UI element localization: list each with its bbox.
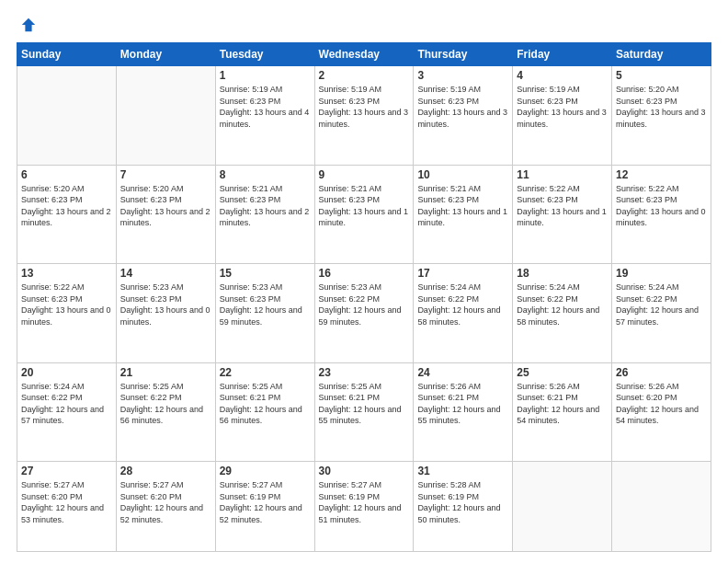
- calendar-cell: 3Sunrise: 5:19 AM Sunset: 6:23 PM Daylig…: [414, 66, 513, 166]
- calendar-week-1: 1Sunrise: 5:19 AM Sunset: 6:23 PM Daylig…: [17, 66, 711, 166]
- page: SundayMondayTuesdayWednesdayThursdayFrid…: [0, 0, 728, 563]
- day-info: Sunrise: 5:21 AM Sunset: 6:23 PM Dayligh…: [417, 183, 508, 229]
- day-info: Sunrise: 5:24 AM Sunset: 6:22 PM Dayligh…: [517, 282, 608, 327]
- day-number: 6: [21, 168, 112, 181]
- day-number: 27: [21, 465, 112, 477]
- day-info: Sunrise: 5:26 AM Sunset: 6:20 PM Dayligh…: [616, 381, 707, 427]
- day-info: Sunrise: 5:20 AM Sunset: 6:23 PM Dayligh…: [21, 183, 112, 229]
- calendar-cell: 15Sunrise: 5:23 AM Sunset: 6:23 PM Dayli…: [215, 264, 314, 363]
- day-info: Sunrise: 5:27 AM Sunset: 6:19 PM Dayligh…: [220, 479, 311, 525]
- day-info: Sunrise: 5:24 AM Sunset: 6:22 PM Dayligh…: [417, 282, 508, 327]
- day-number: 21: [120, 366, 211, 379]
- weekday-header-wednesday: Wednesday: [314, 43, 414, 66]
- day-number: 15: [220, 267, 311, 280]
- day-number: 3: [417, 69, 508, 82]
- calendar-cell: 19Sunrise: 5:24 AM Sunset: 6:22 PM Dayli…: [612, 264, 711, 363]
- calendar-cell: 7Sunrise: 5:20 AM Sunset: 6:23 PM Daylig…: [116, 165, 215, 264]
- calendar-cell: 6Sunrise: 5:20 AM Sunset: 6:23 PM Daylig…: [17, 165, 117, 264]
- day-number: 26: [616, 366, 707, 379]
- weekday-header-monday: Monday: [116, 43, 215, 66]
- calendar-table: SundayMondayTuesdayWednesdayThursdayFrid…: [17, 42, 711, 552]
- calendar-cell: 4Sunrise: 5:19 AM Sunset: 6:23 PM Daylig…: [513, 66, 612, 166]
- calendar-cell: 30Sunrise: 5:27 AM Sunset: 6:19 PM Dayli…: [314, 462, 414, 552]
- header: [17, 17, 711, 33]
- calendar-cell: 1Sunrise: 5:19 AM Sunset: 6:23 PM Daylig…: [215, 66, 314, 166]
- calendar-week-5: 27Sunrise: 5:27 AM Sunset: 6:20 PM Dayli…: [17, 462, 711, 552]
- logo: [17, 17, 37, 33]
- calendar-cell: 18Sunrise: 5:24 AM Sunset: 6:22 PM Dayli…: [513, 264, 612, 363]
- day-number: 4: [517, 69, 608, 82]
- day-info: Sunrise: 5:22 AM Sunset: 6:23 PM Dayligh…: [21, 282, 112, 327]
- weekday-header-thursday: Thursday: [414, 43, 513, 66]
- calendar-cell: 28Sunrise: 5:27 AM Sunset: 6:20 PM Dayli…: [116, 462, 215, 552]
- day-info: Sunrise: 5:24 AM Sunset: 6:22 PM Dayligh…: [21, 381, 112, 427]
- svg-marker-0: [22, 18, 35, 31]
- day-number: 31: [417, 465, 508, 477]
- calendar-cell: 12Sunrise: 5:22 AM Sunset: 6:23 PM Dayli…: [612, 165, 711, 264]
- day-info: Sunrise: 5:19 AM Sunset: 6:23 PM Dayligh…: [220, 84, 311, 130]
- day-number: 10: [417, 168, 508, 181]
- day-info: Sunrise: 5:26 AM Sunset: 6:21 PM Dayligh…: [417, 381, 508, 427]
- day-number: 7: [120, 168, 211, 181]
- day-info: Sunrise: 5:19 AM Sunset: 6:23 PM Dayligh…: [417, 84, 508, 130]
- calendar-cell: 10Sunrise: 5:21 AM Sunset: 6:23 PM Dayli…: [414, 165, 513, 264]
- calendar-cell: 5Sunrise: 5:20 AM Sunset: 6:23 PM Daylig…: [612, 66, 711, 166]
- weekday-header-tuesday: Tuesday: [215, 43, 314, 66]
- calendar-cell: 16Sunrise: 5:23 AM Sunset: 6:22 PM Dayli…: [314, 264, 414, 363]
- calendar-cell: 11Sunrise: 5:22 AM Sunset: 6:23 PM Dayli…: [513, 165, 612, 264]
- calendar-header-row: SundayMondayTuesdayWednesdayThursdayFrid…: [17, 43, 711, 66]
- day-info: Sunrise: 5:20 AM Sunset: 6:23 PM Dayligh…: [616, 84, 707, 130]
- day-number: 24: [417, 366, 508, 379]
- calendar-cell: 14Sunrise: 5:23 AM Sunset: 6:23 PM Dayli…: [116, 264, 215, 363]
- day-number: 30: [319, 465, 410, 477]
- calendar-cell: 24Sunrise: 5:26 AM Sunset: 6:21 PM Dayli…: [414, 362, 513, 462]
- day-info: Sunrise: 5:27 AM Sunset: 6:19 PM Dayligh…: [319, 479, 410, 525]
- day-info: Sunrise: 5:27 AM Sunset: 6:20 PM Dayligh…: [120, 479, 211, 525]
- day-info: Sunrise: 5:22 AM Sunset: 6:23 PM Dayligh…: [517, 183, 608, 229]
- day-number: 13: [21, 267, 112, 280]
- day-info: Sunrise: 5:26 AM Sunset: 6:21 PM Dayligh…: [517, 381, 608, 427]
- day-number: 17: [417, 267, 508, 280]
- day-number: 22: [220, 366, 311, 379]
- day-info: Sunrise: 5:25 AM Sunset: 6:21 PM Dayligh…: [319, 381, 410, 427]
- day-info: Sunrise: 5:21 AM Sunset: 6:23 PM Dayligh…: [220, 183, 311, 229]
- day-info: Sunrise: 5:25 AM Sunset: 6:22 PM Dayligh…: [120, 381, 211, 427]
- calendar-week-4: 20Sunrise: 5:24 AM Sunset: 6:22 PM Dayli…: [17, 362, 711, 462]
- day-number: 18: [517, 267, 608, 280]
- calendar-cell: 29Sunrise: 5:27 AM Sunset: 6:19 PM Dayli…: [215, 462, 314, 552]
- calendar-cell: 27Sunrise: 5:27 AM Sunset: 6:20 PM Dayli…: [17, 462, 117, 552]
- day-number: 28: [120, 465, 211, 477]
- day-number: 11: [517, 168, 608, 181]
- calendar-cell: [612, 462, 711, 552]
- calendar-cell: 2Sunrise: 5:19 AM Sunset: 6:23 PM Daylig…: [314, 66, 414, 166]
- day-number: 16: [319, 267, 410, 280]
- day-number: 5: [616, 69, 707, 82]
- calendar-cell: 20Sunrise: 5:24 AM Sunset: 6:22 PM Dayli…: [17, 362, 117, 462]
- logo-icon: [20, 17, 37, 33]
- calendar-cell: 23Sunrise: 5:25 AM Sunset: 6:21 PM Dayli…: [314, 362, 414, 462]
- day-number: 29: [220, 465, 311, 477]
- calendar-week-3: 13Sunrise: 5:22 AM Sunset: 6:23 PM Dayli…: [17, 264, 711, 363]
- day-number: 14: [120, 267, 211, 280]
- day-info: Sunrise: 5:28 AM Sunset: 6:19 PM Dayligh…: [417, 479, 508, 525]
- day-number: 25: [517, 366, 608, 379]
- weekday-header-sunday: Sunday: [17, 43, 117, 66]
- day-number: 12: [616, 168, 707, 181]
- day-info: Sunrise: 5:24 AM Sunset: 6:22 PM Dayligh…: [616, 282, 707, 327]
- day-info: Sunrise: 5:19 AM Sunset: 6:23 PM Dayligh…: [319, 84, 410, 130]
- day-info: Sunrise: 5:23 AM Sunset: 6:23 PM Dayligh…: [120, 282, 211, 327]
- day-number: 9: [319, 168, 410, 181]
- day-number: 8: [220, 168, 311, 181]
- day-info: Sunrise: 5:23 AM Sunset: 6:22 PM Dayligh…: [319, 282, 410, 327]
- day-number: 20: [21, 366, 112, 379]
- calendar-body: 1Sunrise: 5:19 AM Sunset: 6:23 PM Daylig…: [17, 66, 711, 552]
- calendar-cell: 17Sunrise: 5:24 AM Sunset: 6:22 PM Dayli…: [414, 264, 513, 363]
- calendar-cell: [17, 66, 117, 166]
- day-number: 19: [616, 267, 707, 280]
- calendar-cell: 25Sunrise: 5:26 AM Sunset: 6:21 PM Dayli…: [513, 362, 612, 462]
- day-number: 1: [220, 69, 311, 82]
- calendar-cell: 8Sunrise: 5:21 AM Sunset: 6:23 PM Daylig…: [215, 165, 314, 264]
- day-info: Sunrise: 5:23 AM Sunset: 6:23 PM Dayligh…: [220, 282, 311, 327]
- weekday-header-friday: Friday: [513, 43, 612, 66]
- day-info: Sunrise: 5:19 AM Sunset: 6:23 PM Dayligh…: [517, 84, 608, 130]
